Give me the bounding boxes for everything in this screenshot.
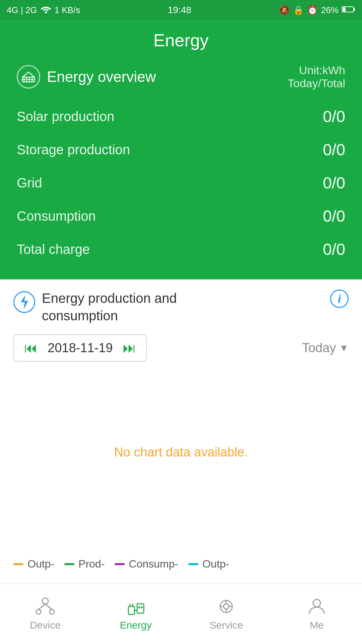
total-charge-value: 0/0 (323, 240, 345, 259)
prev-date-button[interactable]: ⏮ (24, 340, 38, 356)
svg-rect-16 (128, 606, 134, 614)
page-header: Energy (0, 20, 362, 57)
svg-rect-2 (343, 7, 346, 11)
device-nav-icon (35, 597, 55, 615)
total-charge-label: Total charge (17, 242, 90, 257)
solar-production-value: 0/0 (323, 107, 345, 126)
svg-marker-10 (21, 295, 28, 310)
legend-item-2: Consump- (115, 558, 178, 570)
overview-rows: Solar production 0/0 Storage production … (17, 100, 345, 266)
storage-production-value: 0/0 (323, 141, 345, 159)
date-navigator: ⏮ 2018-11-19 ⏭ Today ▼ (13, 334, 349, 362)
mute-icon: 🔕 (279, 5, 290, 15)
overview-header: Energy overview Unit:kWh Today/Total (17, 64, 345, 90)
status-time: 19:48 (168, 5, 191, 15)
chart-section: Energy production andconsumption i ⏮ 201… (0, 279, 362, 546)
lightning-icon (13, 291, 35, 313)
status-bar: 4G | 2G 1 KB/s 19:48 🔕 🔒 ⏰ 26% (0, 0, 362, 20)
legend-dot-2 (115, 563, 125, 565)
period-label: Today (302, 341, 336, 355)
svg-line-14 (39, 604, 45, 609)
svg-rect-19 (137, 604, 144, 613)
no-data-message: No chart data available. (114, 445, 248, 460)
chart-section-title: Energy production andconsumption (42, 289, 177, 324)
current-date: 2018-11-19 (48, 341, 113, 355)
consumption-label: Consumption (17, 209, 96, 224)
energy-nav-label: Energy (120, 620, 152, 631)
me-nav-label: Me (310, 620, 324, 631)
svg-line-15 (45, 604, 52, 609)
overview-title: Energy overview (47, 68, 156, 85)
energy-overview-section: Energy overview Unit:kWh Today/Total Sol… (0, 57, 362, 279)
nav-item-device[interactable]: Device (0, 584, 90, 644)
legend-item-0: Outp- (13, 558, 54, 570)
overview-row-storage: Storage production 0/0 (17, 133, 345, 166)
consumption-value: 0/0 (323, 207, 345, 225)
nav-item-service[interactable]: Service (181, 584, 272, 644)
legend-dot-1 (64, 563, 74, 565)
legend-dot-3 (188, 563, 198, 565)
svg-point-21 (141, 606, 143, 608)
service-nav-icon (216, 597, 236, 615)
device-nav-label: Device (30, 620, 61, 631)
me-nav-icon (308, 597, 326, 615)
status-right: 🔕 🔒 ⏰ 26% (279, 5, 355, 15)
period-selector[interactable]: Today ▼ (302, 341, 349, 355)
legend-label-1: Prod- (78, 558, 105, 570)
overview-title-group: Energy overview (17, 65, 156, 89)
dropdown-arrow-icon: ▼ (339, 343, 349, 354)
overview-icon (17, 65, 40, 89)
alarm-icon: ⏰ (307, 5, 318, 15)
wifi-icon (41, 5, 51, 16)
nav-item-me[interactable]: Me (272, 584, 362, 644)
solar-production-label: Solar production (17, 109, 114, 124)
svg-point-13 (50, 609, 54, 614)
overview-unit: Unit:kWh Today/Total (288, 64, 345, 90)
chart-legend: Outp- Prod- Consump- Outp- (0, 558, 362, 570)
signal-text: 4G | 2G (7, 5, 37, 15)
next-date-button[interactable]: ⏭ (123, 340, 136, 356)
svg-point-12 (36, 609, 41, 614)
speed-text: 1 KB/s (55, 5, 80, 15)
status-left: 4G | 2G 1 KB/s (7, 5, 80, 16)
date-box: ⏮ 2018-11-19 ⏭ (13, 334, 147, 362)
chart-header: Energy production andconsumption i (13, 289, 349, 324)
battery-icon (342, 5, 355, 15)
legend-label-2: Consump- (129, 558, 178, 570)
grid-label: Grid (17, 175, 42, 191)
legend-item-3: Outp- (188, 558, 229, 570)
legend-label-3: Outp- (202, 558, 229, 570)
legend-dot-0 (13, 563, 23, 565)
service-nav-label: Service (209, 620, 243, 631)
svg-point-0 (45, 11, 47, 13)
legend-item-1: Prod- (64, 558, 105, 570)
legend-label-0: Outp- (27, 558, 54, 570)
grid-value: 0/0 (323, 174, 345, 192)
energy-nav-icon (125, 597, 147, 615)
lock-icon: 🔒 (293, 5, 304, 15)
battery-text: 26% (321, 5, 339, 15)
bottom-nav: Device Energy (0, 584, 362, 644)
svg-point-29 (313, 599, 320, 607)
svg-rect-3 (354, 8, 355, 11)
svg-point-24 (224, 604, 229, 609)
chart-title-group: Energy production andconsumption (13, 289, 177, 324)
storage-production-label: Storage production (17, 142, 130, 157)
overview-row-total-charge: Total charge 0/0 (17, 233, 345, 266)
overview-row-solar: Solar production 0/0 (17, 100, 345, 133)
overview-row-consumption: Consumption 0/0 (17, 200, 345, 233)
svg-point-20 (138, 606, 140, 608)
chart-area: No chart data available. (13, 368, 349, 536)
info-icon[interactable]: i (330, 289, 349, 308)
overview-row-grid: Grid 0/0 (17, 166, 345, 200)
nav-item-energy[interactable]: Energy (90, 584, 181, 644)
page-title: Energy (0, 30, 362, 50)
svg-point-11 (42, 598, 48, 604)
